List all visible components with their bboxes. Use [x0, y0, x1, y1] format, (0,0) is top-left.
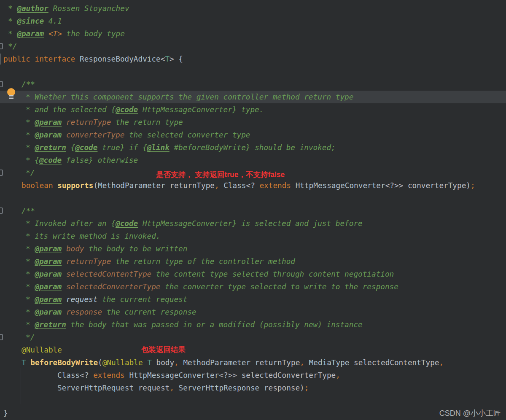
code-token	[291, 181, 296, 190]
red-chinese-annotation: 包装返回结果	[141, 343, 186, 356]
code-token: interface	[35, 55, 75, 63]
code-token: )	[466, 181, 471, 190]
code-token: *	[26, 283, 35, 291]
code-token: @code	[116, 105, 138, 114]
code-token: <?>> selectedConverterType	[219, 371, 336, 380]
code-token: <?	[246, 181, 260, 190]
intention-lightbulb-icon[interactable]	[7, 88, 15, 101]
code-line: * @author Rossen Stoyanchev	[8, 2, 129, 15]
code-token: false} otherwise	[62, 156, 138, 164]
code-token: MethodParameter	[183, 358, 250, 367]
code-token: *	[26, 320, 35, 329]
code-token: public	[3, 55, 30, 63]
code-token	[62, 270, 66, 278]
code-token: *	[26, 118, 35, 127]
code-token: the return type	[111, 118, 183, 127]
code-token: ,	[174, 358, 179, 367]
code-token	[125, 371, 129, 380]
code-token: *	[26, 308, 35, 316]
code-line: Class<? extends HttpMessageConverter<?>>…	[57, 369, 340, 382]
code-line: public interface ResponseBodyAdvice<T> {	[3, 53, 183, 65]
code-line: * @param body the body to be written	[26, 242, 187, 255]
code-token: ,	[215, 181, 219, 190]
code-token: @author	[17, 4, 48, 13]
code-token: *	[26, 245, 35, 253]
code-token: request	[66, 295, 98, 304]
code-token: 4.1	[44, 17, 62, 25]
code-token: the body that was passed in or a modifie…	[66, 320, 363, 329]
code-token: @param	[35, 245, 62, 253]
code-line: * @param selectedContentType the content…	[26, 268, 394, 280]
code-token: * {	[26, 156, 39, 164]
code-token: @param	[35, 131, 62, 139]
caret-mark	[0, 54, 1, 65]
code-line: * @param returnType the return type	[26, 116, 183, 129]
code-token: *	[26, 131, 35, 139]
code-token: the current response	[102, 308, 196, 316]
code-token: extends	[93, 371, 125, 380]
code-token: MediaType	[309, 358, 350, 367]
code-token: HttpMessageConverter	[296, 181, 385, 190]
code-token: ResponseBodyAdvice	[80, 55, 161, 63]
code-token: Class	[223, 181, 246, 190]
code-token: @param	[35, 257, 62, 266]
code-token	[62, 118, 66, 127]
code-token: boolean	[22, 181, 53, 190]
code-token: HttpMessageConverter} type.	[138, 105, 264, 114]
code-token: T	[165, 55, 170, 63]
code-line: */	[26, 331, 35, 344]
code-token: selectedContentType	[349, 358, 439, 367]
indent-guide	[21, 368, 21, 404]
code-token: the body to be written	[84, 245, 187, 253]
red-chinese-annotation: 是否支持， 支持返回true，不支持false	[156, 168, 285, 181]
gutter-comment-icon[interactable]	[0, 170, 3, 176]
code-line: ServerHttpRequest request, ServerHttpRes…	[57, 382, 309, 394]
code-token: *	[8, 30, 17, 38]
code-token: supports	[57, 181, 93, 190]
gutter-comment-icon[interactable]	[0, 334, 3, 340]
gutter-comment-icon[interactable]	[0, 81, 3, 87]
code-token: ServerHttpRequest	[57, 384, 134, 392]
code-token: the converter type selected to write to …	[161, 283, 398, 291]
bulb-base	[9, 95, 13, 99]
code-token: )	[300, 384, 304, 392]
code-token: selectedConverterType	[66, 283, 161, 291]
code-token: @param	[35, 283, 62, 291]
code-line: boolean supports(MethodParameter returnT…	[22, 179, 475, 192]
code-token: beforeBodyWrite	[30, 358, 98, 367]
code-line: * @param returnType the return type of t…	[26, 255, 295, 268]
code-token: *	[8, 4, 17, 13]
code-line: */	[26, 167, 35, 179]
gutter-comment-icon[interactable]	[0, 207, 3, 214]
code-token: response	[259, 384, 300, 392]
code-token: <?>> converterType	[385, 181, 466, 190]
code-token: (	[98, 358, 102, 367]
code-token: /**	[22, 80, 35, 89]
code-token	[62, 257, 66, 266]
code-line: * @param response the current response	[26, 306, 196, 318]
code-token: ;	[304, 384, 309, 392]
code-token: the content type selected through conten…	[151, 270, 394, 278]
code-token	[62, 295, 66, 304]
code-token: HttpMessageConverter} is selected and ju…	[138, 219, 362, 228]
code-line: * its write method is invoked.	[26, 230, 160, 242]
code-token: @link	[147, 143, 170, 152]
code-token: @Nullable	[22, 346, 62, 354]
code-token: {	[66, 143, 75, 152]
code-token: true} if {	[97, 143, 147, 152]
code-token: */	[26, 169, 35, 177]
code-token: ServerHttpResponse	[179, 384, 260, 392]
code-line: * @param request the current request	[26, 293, 187, 306]
code-token: <?	[80, 371, 93, 380]
code-token: ;	[471, 181, 475, 190]
code-token: T	[147, 358, 152, 367]
code-token: the current request	[97, 295, 187, 304]
code-token: the return type of the controller method	[111, 257, 295, 266]
code-line: @Nullable	[22, 344, 62, 356]
code-token	[219, 181, 224, 190]
code-token: @param	[35, 308, 62, 316]
gutter-comment-icon[interactable]	[0, 43, 3, 49]
code-token: > {	[170, 55, 183, 63]
code-token: }	[3, 409, 8, 417]
code-line: * @since 4.1	[8, 15, 62, 27]
